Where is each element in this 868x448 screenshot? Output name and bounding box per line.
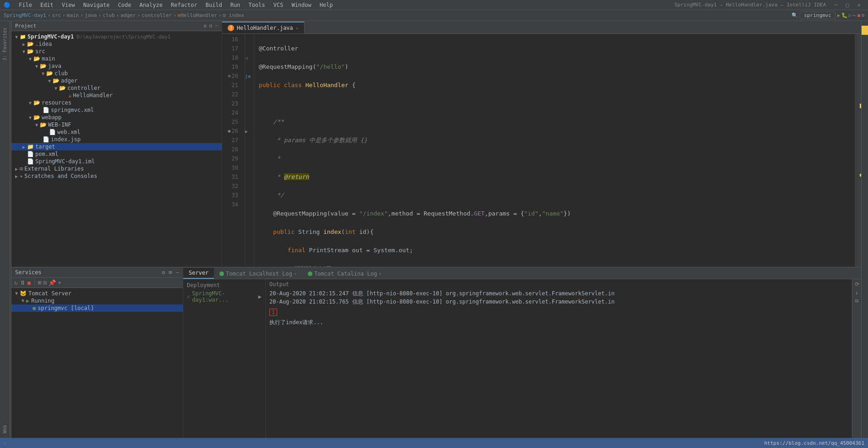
tree-item-extlibs[interactable]: ▶ ⊞ External Libraries	[11, 165, 222, 172]
localhost-tab-close[interactable]: ✕	[294, 271, 297, 276]
tree-item-webinf[interactable]: ▼ 📂 WEB-INF	[11, 121, 222, 128]
service-tomcat[interactable]: ▼ 🐱 Tomcat Server	[11, 290, 183, 297]
menu-refactor[interactable]: Refactor	[167, 1, 201, 9]
catalina-tab-close[interactable]: ✕	[379, 271, 382, 276]
tree-item-src[interactable]: ▼ 📂 src	[11, 48, 222, 55]
menu-help[interactable]: Help	[316, 1, 337, 9]
tree-item-main[interactable]: ▼ 📂 main	[11, 55, 222, 62]
tree-item-root[interactable]: ▼ 📁 SpringMVC-day1 D:\myJavaproject\Spri…	[11, 33, 222, 40]
toolbar-search-icon[interactable]: 🔍	[792, 12, 798, 18]
maximize-btn[interactable]: □	[842, 1, 853, 9]
tree-item-idea[interactable]: ▶ 📂 .idea	[11, 40, 222, 48]
service-springmvc-label: springmvc [local]	[38, 305, 94, 311]
run-btn[interactable]: ▶	[837, 12, 841, 18]
code-line-20: /**	[259, 117, 855, 127]
tree-item-controller[interactable]: ▼ 📂 controller	[11, 84, 222, 92]
service-tomcat-label: Tomcat Server	[28, 290, 71, 297]
tree-item-resources[interactable]: ▼ 📂 resources	[11, 99, 222, 106]
breadcrumb-controller[interactable]: controller	[142, 12, 172, 18]
menu-view[interactable]: View	[58, 1, 79, 9]
tab-close-btn[interactable]: ✕	[296, 26, 299, 31]
favorites-tab[interactable]: 3: Favorites	[0, 23, 9, 65]
tree-item-club[interactable]: ▼ 📂 club	[11, 70, 222, 77]
menu-run[interactable]: Run	[227, 1, 244, 9]
server-output-area: Server Tomcat Localhost Log ✕ Tomcat Cat…	[183, 267, 861, 438]
menu-edit[interactable]: Edit	[37, 1, 57, 9]
service-running[interactable]: ▼ ▶ Running	[11, 297, 183, 304]
tree-item-pomxml[interactable]: ▶ 📄 pom.xml	[11, 150, 222, 158]
method-run-icon[interactable]: ▶	[245, 129, 248, 134]
breadcrumb-java[interactable]: java	[85, 12, 97, 18]
menu-build[interactable]: Build	[202, 1, 226, 9]
code-line-22: *	[259, 154, 855, 163]
tree-item-java[interactable]: ▼ 📂 java	[11, 62, 222, 70]
code-line-24: */	[259, 191, 855, 200]
code-content[interactable]: @Controller @RequestMapping("/hello") pu…	[254, 34, 855, 267]
code-line-26: public String index(int id){	[259, 227, 855, 237]
run-config-selector[interactable]: springmvc	[800, 11, 835, 19]
tree-item-hellohandler[interactable]: ▶ ☕ HelloHandler	[11, 92, 222, 99]
menu-file[interactable]: File	[15, 1, 36, 9]
breadcrumb-method[interactable]: ⊡ index	[223, 12, 244, 18]
sidebar-collapse-icon[interactable]: −	[215, 23, 218, 29]
tree-item-springmvcxml[interactable]: ▶ 📄 springmvc.xml	[11, 106, 222, 114]
tree-item-iml[interactable]: ▶ 📄 SpringMVC-day1.iml	[11, 158, 222, 165]
tree-label-java: java	[48, 63, 61, 69]
tree-item-webapp[interactable]: ▼ 📂 webapp	[11, 114, 222, 121]
svc-restart-btn[interactable]: ↻	[14, 279, 18, 286]
menu-code[interactable]: Code	[115, 1, 135, 9]
class-fold-icon[interactable]: ◁	[245, 55, 248, 61]
output-filter[interactable]: ⊟	[855, 298, 858, 304]
tree-item-target[interactable]: ▶ 📁 target	[11, 143, 222, 150]
breadcrumb-hellohandler[interactable]: HelloHandler	[180, 12, 217, 18]
editor-tab-hellohandler[interactable]: J HelloHandler.java ✕	[222, 22, 305, 33]
service-springmvc[interactable]: ▶ ● springmvc [local]	[11, 304, 183, 312]
javadoc-icon[interactable]: |≡	[245, 74, 251, 79]
code-line-17: @RequestMapping("/hello")	[259, 62, 855, 72]
breadcrumb-src[interactable]: src	[52, 12, 61, 18]
breadcrumb-class[interactable]: ⊙	[178, 12, 181, 18]
breadcrumb-adger[interactable]: adger	[120, 12, 136, 18]
menu-window[interactable]: Window	[288, 1, 315, 9]
sidebar-settings-icon[interactable]: ⚙	[203, 23, 207, 29]
svc-add-btn[interactable]: +	[58, 279, 61, 286]
services-close-icon[interactable]: −	[176, 269, 179, 276]
deployment-col: Deployment ✓ SpringMVC-day1:war... ▶	[183, 279, 266, 438]
sidebar-layout-icon[interactable]: ⊟	[209, 23, 213, 29]
title-bar-title: SpringMVC-day1 – HelloHandler.java – Int…	[674, 2, 826, 8]
web-tab[interactable]: Web	[0, 420, 9, 438]
tree-label-controller: controller	[67, 85, 100, 91]
tree-item-indexjsp[interactable]: ▶ 📄 index.jsp	[11, 136, 222, 143]
menu-analyze[interactable]: Analyze	[136, 1, 166, 9]
svc-suspend-btn[interactable]: ⏸	[20, 279, 26, 286]
services-settings-icon[interactable]: ⚙	[162, 269, 165, 276]
editor-scrollbar[interactable]	[855, 34, 861, 267]
menu-vcs[interactable]: VCS	[270, 1, 287, 9]
tree-item-webxml[interactable]: ▶ 📄 web.xml	[11, 128, 222, 136]
breadcrumb-club[interactable]: club	[103, 12, 115, 18]
server-tab-server[interactable]: Server	[183, 268, 214, 279]
tree-item-adger[interactable]: ▼ 📂 adger	[11, 77, 222, 84]
menu-tools[interactable]: Tools	[245, 1, 269, 9]
svc-layout-btn[interactable]: ⊞	[38, 279, 42, 286]
services-expand-icon[interactable]: ⊠	[169, 269, 172, 276]
menu-navigate[interactable]: Navigate	[80, 1, 114, 9]
tree-item-scratches[interactable]: ▶ ✦ Scratches and Consoles	[11, 172, 222, 180]
stop-btn[interactable]: ◼	[857, 12, 861, 18]
svc-stop-btn[interactable]: ◼	[27, 279, 31, 286]
toolbar-more-icon[interactable]: ⋯	[852, 12, 856, 18]
close-btn[interactable]: ✕	[854, 1, 864, 9]
output-scroll-top[interactable]: ⟳	[855, 281, 859, 288]
tree-label-extlibs: External Libraries	[24, 166, 84, 172]
svc-filter-btn[interactable]: ⊟	[43, 279, 47, 286]
breadcrumb-project[interactable]: SpringMVC-day1	[4, 12, 46, 18]
breadcrumb-main[interactable]: main	[67, 12, 79, 18]
svc-pin-btn[interactable]: 📌	[49, 279, 56, 286]
debug-btn[interactable]: 🐛	[841, 12, 848, 18]
minimize-btn[interactable]: ─	[830, 1, 841, 9]
run-coverage-btn[interactable]: ▷	[849, 12, 852, 18]
toolbar-settings-icon[interactable]: ⚙	[861, 12, 864, 18]
server-tab-catalina[interactable]: Tomcat Catalina Log ✕	[302, 269, 387, 279]
output-scroll-end[interactable]: ↓	[855, 289, 858, 296]
server-tab-localhost[interactable]: Tomcat Localhost Log ✕	[214, 269, 302, 279]
